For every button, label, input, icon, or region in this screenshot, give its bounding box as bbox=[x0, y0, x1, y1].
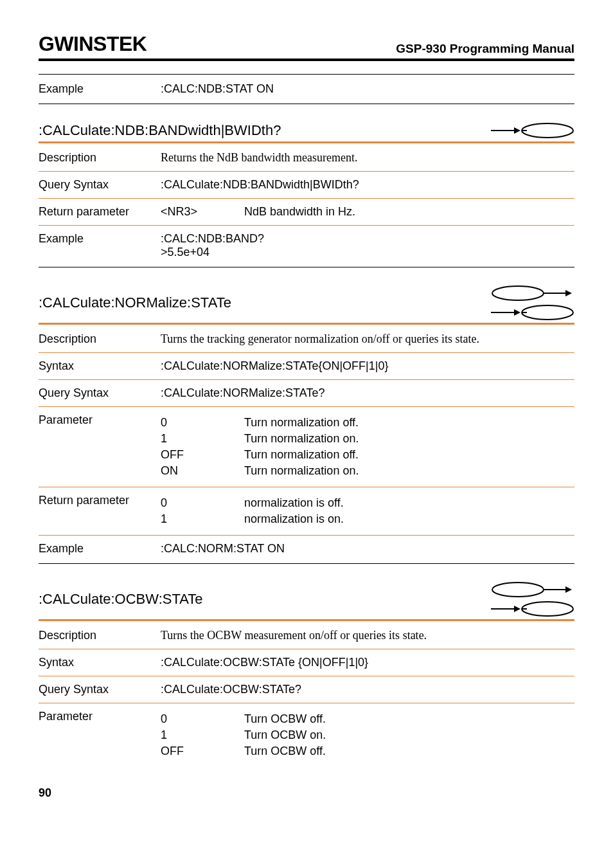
manual-title: GSP-930 Programming Manual bbox=[396, 42, 574, 56]
syntax-value: :CALCulate:NORMalize:STATe{ON|OFF|1|0} bbox=[161, 359, 574, 373]
syntax-row: Syntax :CALCulate:NORMalize:STATe{ON|OFF… bbox=[39, 359, 574, 373]
example-label: Example bbox=[39, 232, 161, 259]
command-header: :CALCulate:NDB:BANDwidth|BWIDth? bbox=[39, 122, 574, 139]
parameter-label: Parameter bbox=[39, 710, 161, 761]
divider bbox=[39, 535, 574, 536]
command-title: :CALCulate:NORMalize:STATe bbox=[39, 294, 231, 311]
description-row: Description Turns the tracking generator… bbox=[39, 332, 574, 346]
divider bbox=[39, 406, 574, 407]
svg-point-11 bbox=[492, 583, 544, 597]
description-label: Description bbox=[39, 629, 161, 642]
query-syntax-row: Query Syntax :CALCulate:NORMalize:STATe? bbox=[39, 386, 574, 400]
list-item: 1Turn OCBW on. bbox=[161, 728, 574, 742]
example-value: :CALC:NDB:STAT ON bbox=[161, 82, 574, 96]
return-param-row: Return parameter <NR3> NdB bandwidth in … bbox=[39, 205, 574, 219]
example-row: Example :CALC:NORM:STAT ON bbox=[39, 542, 574, 556]
param-desc: Turn normalization on. bbox=[244, 432, 574, 446]
param-desc: Turn OCBW off. bbox=[244, 712, 574, 726]
description-row: Description Turns the OCBW measurement o… bbox=[39, 629, 574, 642]
query-syntax-label: Query Syntax bbox=[39, 683, 161, 696]
parameter-row: Parameter 0Turn OCBW off. 1Turn OCBW on.… bbox=[39, 710, 574, 761]
svg-marker-13 bbox=[565, 586, 572, 593]
return-param-list: 0normalization is off. 1normalization is… bbox=[161, 494, 574, 529]
list-item: 0normalization is off. bbox=[161, 496, 574, 510]
example-line: >5.5e+04 bbox=[161, 246, 574, 259]
divider bbox=[39, 74, 574, 75]
divider bbox=[39, 352, 574, 353]
header-rule bbox=[39, 59, 574, 61]
description-text: Returns the NdB bandwidth measurement. bbox=[161, 151, 574, 165]
query-icon bbox=[491, 123, 574, 138]
page-number: 90 bbox=[39, 786, 574, 800]
divider bbox=[39, 703, 574, 703]
list-item: 1normalization is on. bbox=[161, 512, 574, 526]
query-syntax-value: :CALCulate:OCBW:STATe? bbox=[161, 683, 574, 696]
param-key: 1 bbox=[161, 432, 244, 446]
command-rule bbox=[39, 141, 574, 143]
parameter-list: 0Turn OCBW off. 1Turn OCBW on. OFFTurn O… bbox=[161, 710, 574, 761]
divider bbox=[39, 104, 574, 104]
set-query-icon bbox=[491, 582, 574, 617]
param-key: 0 bbox=[161, 496, 244, 510]
example-value: :CALC:NDB:BAND? >5.5e+04 bbox=[161, 232, 574, 259]
divider bbox=[39, 563, 574, 564]
command-title: :CALCulate:OCBW:STATe bbox=[39, 591, 203, 608]
brand-logo: GWINSTEK bbox=[39, 32, 147, 56]
divider bbox=[39, 649, 574, 649]
param-key: 0 bbox=[161, 712, 244, 726]
query-syntax-row: Query Syntax :CALCulate:OCBW:STATe? bbox=[39, 683, 574, 696]
syntax-value: :CALCulate:OCBW:STATe {ON|OFF|1|0} bbox=[161, 656, 574, 669]
param-key: OFF bbox=[161, 448, 244, 462]
description-label: Description bbox=[39, 151, 161, 165]
divider bbox=[39, 225, 574, 226]
return-param-label: Return parameter bbox=[39, 205, 161, 219]
list-item: 1Turn normalization on. bbox=[161, 432, 574, 446]
list-item: 0Turn normalization off. bbox=[161, 416, 574, 429]
description-text: Turns the tracking generator normalizati… bbox=[161, 332, 574, 346]
syntax-label: Syntax bbox=[39, 656, 161, 669]
param-key: 0 bbox=[161, 416, 244, 429]
divider bbox=[39, 198, 574, 199]
query-syntax-value: :CALCulate:NDB:BANDwidth|BWIDth? bbox=[161, 178, 574, 192]
param-desc: Turn normalization off. bbox=[244, 448, 574, 462]
query-syntax-value: :CALCulate:NORMalize:STATe? bbox=[161, 386, 574, 400]
svg-marker-15 bbox=[514, 606, 520, 612]
param-desc: Turn OCBW on. bbox=[244, 728, 574, 742]
param-desc: Turn OCBW off. bbox=[244, 745, 574, 758]
example-row: Example :CALC:NDB:BAND? >5.5e+04 bbox=[39, 232, 574, 259]
page-header: GWINSTEK GSP-930 Programming Manual bbox=[39, 32, 574, 56]
query-syntax-label: Query Syntax bbox=[39, 386, 161, 400]
example-line: :CALC:NDB:BAND? bbox=[161, 232, 574, 246]
svg-point-16 bbox=[522, 602, 573, 616]
svg-point-2 bbox=[522, 123, 573, 138]
command-header: :CALCulate:OCBW:STATe bbox=[39, 582, 574, 617]
example-label: Example bbox=[39, 542, 161, 556]
svg-point-9 bbox=[522, 305, 573, 320]
param-desc: Turn normalization on. bbox=[244, 464, 574, 478]
parameter-label: Parameter bbox=[39, 413, 161, 480]
param-desc: Turn normalization off. bbox=[244, 416, 574, 429]
divider bbox=[39, 267, 574, 267]
param-key: 1 bbox=[161, 512, 244, 526]
description-text: Turns the OCBW measurement on/off or que… bbox=[161, 629, 574, 642]
divider bbox=[39, 487, 574, 487]
param-desc: normalization is off. bbox=[244, 496, 574, 510]
param-desc: normalization is on. bbox=[244, 512, 574, 526]
example-label: Example bbox=[39, 82, 161, 96]
return-param-desc: NdB bandwidth in Hz. bbox=[244, 205, 574, 219]
command-header: :CALCulate:NORMalize:STATe bbox=[39, 285, 574, 320]
return-param-label: Return parameter bbox=[39, 494, 161, 529]
list-item: ONTurn normalization on. bbox=[161, 464, 574, 478]
return-param-row: Return parameter 0normalization is off. … bbox=[39, 494, 574, 529]
description-row: Description Returns the NdB bandwidth me… bbox=[39, 151, 574, 165]
list-item: OFFTurn normalization off. bbox=[161, 448, 574, 462]
svg-point-4 bbox=[492, 286, 544, 300]
parameter-row: Parameter 0Turn normalization off. 1Turn… bbox=[39, 413, 574, 480]
query-syntax-label: Query Syntax bbox=[39, 178, 161, 192]
query-syntax-row: Query Syntax :CALCulate:NDB:BANDwidth|BW… bbox=[39, 178, 574, 192]
list-item: 0Turn OCBW off. bbox=[161, 712, 574, 726]
param-key: ON bbox=[161, 464, 244, 478]
svg-marker-8 bbox=[514, 309, 520, 316]
param-key: OFF bbox=[161, 745, 244, 758]
description-label: Description bbox=[39, 332, 161, 346]
